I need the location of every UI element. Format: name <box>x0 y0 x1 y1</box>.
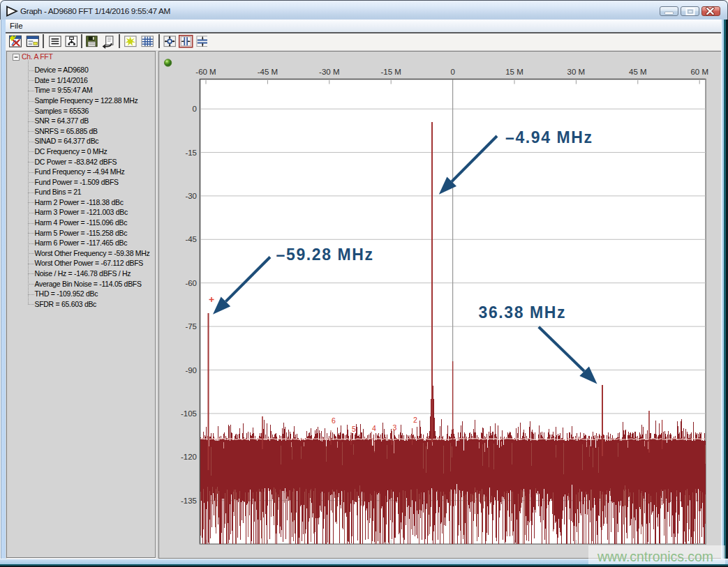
svg-text:30 M: 30 M <box>567 68 586 76</box>
svg-text:–59.28 MHz: –59.28 MHz <box>276 245 374 264</box>
svg-text:6: 6 <box>332 416 336 425</box>
svg-text:-45: -45 <box>185 235 197 243</box>
svg-text:-30 M: -30 M <box>319 68 339 76</box>
svg-text:0: 0 <box>450 68 454 76</box>
svg-text:-15: -15 <box>185 149 197 157</box>
svg-text:–4.94 MHz: –4.94 MHz <box>505 128 593 146</box>
svg-text:-30: -30 <box>185 192 197 200</box>
svg-text:60 M: 60 M <box>690 68 708 76</box>
svg-text:-120: -120 <box>181 453 197 461</box>
svg-text:36.38 MHz: 36.38 MHz <box>479 303 567 322</box>
svg-text:-105: -105 <box>181 409 197 418</box>
svg-text:2: 2 <box>413 416 417 424</box>
svg-text:3: 3 <box>393 423 397 432</box>
svg-text:4: 4 <box>372 424 376 432</box>
svg-text:-60 M: -60 M <box>195 68 216 76</box>
svg-text:5: 5 <box>352 425 356 433</box>
svg-text:-45 M: -45 M <box>258 68 278 76</box>
svg-text:15 M: 15 M <box>505 68 523 76</box>
svg-text:-90: -90 <box>185 366 197 375</box>
svg-text:0: 0 <box>193 105 197 113</box>
svg-text:-135: -135 <box>181 497 197 505</box>
svg-text:-75: -75 <box>185 322 197 331</box>
svg-text:45 M: 45 M <box>629 68 647 76</box>
svg-text:-60: -60 <box>185 279 197 287</box>
svg-text:-15 M: -15 M <box>380 68 401 76</box>
